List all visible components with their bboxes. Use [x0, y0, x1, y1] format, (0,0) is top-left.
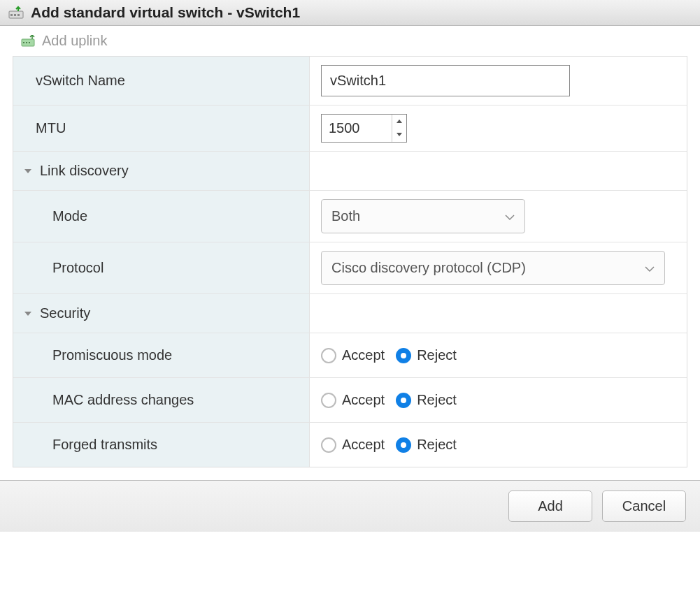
radio-icon [321, 437, 336, 453]
mode-value: Both [331, 208, 360, 224]
row-protocol: Protocol Cisco discovery protocol (CDP) [13, 242, 687, 294]
mode-select[interactable]: Both [321, 199, 525, 233]
row-mac-changes: MAC address changes Accept Reject [13, 378, 687, 423]
mtu-step-down[interactable] [392, 128, 406, 141]
caret-down-icon [24, 169, 31, 173]
forged-reject-radio[interactable]: Reject [396, 437, 457, 453]
toolbar: Add uplink [0, 26, 700, 56]
row-mode: Mode Both [13, 191, 687, 242]
add-uplink-icon [21, 35, 36, 48]
row-promiscuous: Promiscuous mode Accept Reject [13, 333, 687, 378]
mac-accept-radio[interactable]: Accept [321, 392, 385, 408]
form-container: vSwitch Name MTU Lin [13, 56, 687, 467]
radio-icon [321, 348, 336, 363]
section-toggle-security[interactable]: Security [13, 294, 310, 333]
chevron-down-icon [645, 260, 655, 276]
dialog-footer: Add Cancel [0, 480, 700, 532]
promiscuous-accept-radio[interactable]: Accept [321, 347, 385, 363]
promiscuous-reject-radio[interactable]: Reject [396, 347, 457, 363]
protocol-value: Cisco discovery protocol (CDP) [331, 260, 526, 276]
protocol-select[interactable]: Cisco discovery protocol (CDP) [321, 251, 665, 285]
label-vswitch-name: vSwitch Name [13, 57, 310, 105]
chevron-down-icon [505, 208, 515, 224]
radio-icon [396, 437, 411, 453]
radio-label: Accept [342, 437, 385, 453]
row-vswitch-name: vSwitch Name [13, 57, 687, 106]
mac-reject-radio[interactable]: Reject [396, 392, 457, 408]
row-mtu: MTU [13, 106, 687, 152]
svg-rect-7 [29, 42, 30, 43]
vswitch-name-input[interactable] [321, 65, 570, 96]
section-link-discovery: Link discovery [13, 152, 687, 191]
svg-rect-6 [26, 42, 27, 43]
radio-label: Accept [342, 392, 385, 408]
add-uplink-button[interactable]: Add uplink [42, 33, 107, 49]
mtu-input[interactable] [322, 115, 392, 142]
section-toggle-link-discovery[interactable]: Link discovery [13, 152, 310, 190]
forged-accept-radio[interactable]: Accept [321, 437, 385, 453]
radio-label: Reject [417, 437, 457, 453]
label-mode: Mode [13, 191, 310, 242]
svg-rect-1 [10, 14, 13, 16]
radio-icon [396, 348, 411, 363]
section-security: Security [13, 294, 687, 333]
radio-label: Accept [342, 347, 385, 363]
radio-label: Reject [417, 347, 457, 363]
label-promiscuous: Promiscuous mode [13, 333, 310, 377]
radio-icon [321, 393, 336, 408]
radio-label: Reject [417, 392, 457, 408]
label-mac-changes: MAC address changes [13, 378, 310, 422]
svg-rect-2 [14, 14, 16, 16]
mtu-step-up[interactable] [392, 115, 406, 128]
radio-icon [396, 393, 411, 408]
vswitch-icon [8, 6, 25, 20]
row-forged: Forged transmits Accept Reject [13, 423, 687, 467]
cancel-button[interactable]: Cancel [602, 491, 686, 522]
svg-rect-5 [23, 42, 24, 43]
svg-rect-3 [17, 14, 20, 16]
caret-down-icon [24, 312, 31, 316]
label-protocol: Protocol [13, 242, 310, 293]
label-link-discovery: Link discovery [40, 163, 129, 179]
add-button[interactable]: Add [508, 491, 592, 522]
label-security: Security [40, 305, 90, 321]
dialog-title: Add standard virtual switch - vSwitch1 [31, 4, 300, 21]
dialog-titlebar: Add standard virtual switch - vSwitch1 [0, 0, 700, 26]
label-mtu: MTU [13, 106, 310, 151]
label-forged: Forged transmits [13, 423, 310, 467]
